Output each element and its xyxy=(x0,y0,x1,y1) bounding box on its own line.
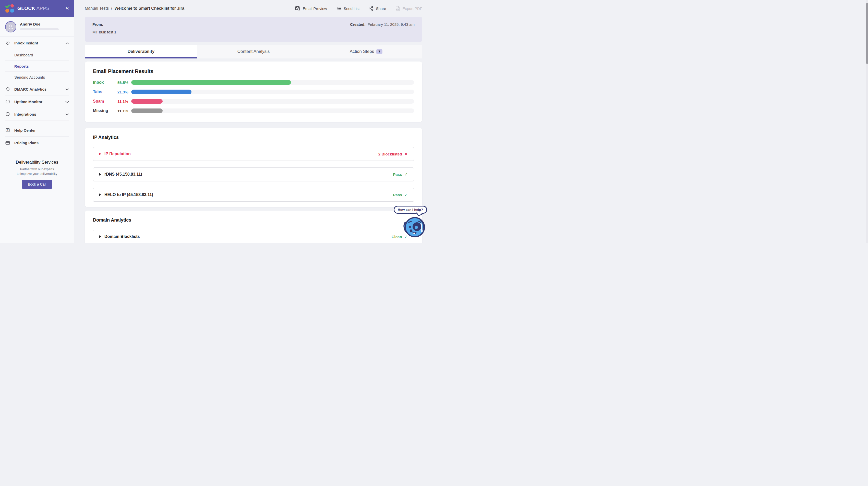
action-steps-count-badge: 7 xyxy=(376,49,382,54)
sidebar-item-sending-accounts[interactable]: Sending Accounts xyxy=(5,72,69,83)
created-label: Created: xyxy=(350,22,366,27)
sidebar-item-label: DMARC Analytics xyxy=(14,87,46,91)
chevron-down-icon xyxy=(65,100,69,104)
email-placement-results-card: Email Placement Results Inbox 56.5% Tabs… xyxy=(85,62,422,122)
seed-list-button[interactable]: Seed List xyxy=(336,6,360,11)
action-label: Export PDF xyxy=(402,6,422,11)
chatbot-mascot-button[interactable] xyxy=(403,216,425,239)
bar-fill xyxy=(131,80,291,85)
row-label: HELO to IP (45.158.83.11) xyxy=(104,192,153,197)
tab-label: Deliverability xyxy=(127,49,154,54)
sidebar-item-dashboard[interactable]: Dashboard xyxy=(5,49,69,61)
sidebar-item-pricing-plans[interactable]: Pricing Plans xyxy=(5,136,69,149)
circle-icon xyxy=(5,111,10,117)
from-value: MT bulk test 1 xyxy=(92,30,116,34)
row-label-wrap: rDNS (45.158.83.11) xyxy=(99,172,142,176)
row-label: rDNS (45.158.83.11) xyxy=(104,172,142,176)
section-title: Domain Analytics xyxy=(93,218,414,223)
bar-track xyxy=(131,90,414,94)
bar-track xyxy=(131,108,414,113)
created-info: Created:February 11, 2025, 9:43 am xyxy=(350,22,414,36)
email-preview-icon xyxy=(295,6,301,11)
action-label: Email Preview xyxy=(303,6,327,11)
chatbot-speech-bubble[interactable]: How can I help? xyxy=(394,206,427,214)
chevron-up-icon xyxy=(65,41,69,45)
share-button[interactable]: Share xyxy=(369,6,386,11)
bar-value: 56.5% xyxy=(118,80,131,85)
section-title: IP Analytics xyxy=(93,135,414,140)
sidebar: GLOCKAPPS « Andriy Doe Inbox Insight Da xyxy=(0,0,74,243)
placement-row-missing: Missing 11.1% xyxy=(93,108,414,113)
bar-value: 11.1% xyxy=(118,109,131,113)
square-icon xyxy=(5,99,10,104)
main-content: Manual Tests / Welcome to Smart Checklis… xyxy=(74,0,434,243)
expand-triangle-icon xyxy=(99,173,101,175)
domain-analytics-card: Domain Analytics Domain Blocklists Clean… xyxy=(85,210,422,243)
ip-reputation-row[interactable]: IP Reputation 2 Blocklisted ✕ xyxy=(93,147,414,161)
tab-action-steps[interactable]: Action Steps 7 xyxy=(310,45,422,59)
person-icon xyxy=(7,24,14,30)
sidebar-item-dmarc-analytics[interactable]: DMARC Analytics xyxy=(5,83,69,95)
user-email-redacted xyxy=(20,28,59,30)
bar-label: Missing xyxy=(93,108,118,113)
test-meta-panel: From: MT bulk test 1 Created:February 11… xyxy=(85,17,422,42)
sidebar-item-integrations[interactable]: Integrations xyxy=(5,108,69,121)
credit-card-icon xyxy=(5,140,10,145)
book-a-call-button[interactable]: Book a Call xyxy=(22,180,52,189)
report-tabs: Deliverability Content Analysis Action S… xyxy=(85,45,422,59)
tab-label: Content Analysis xyxy=(238,49,270,54)
seed-list-icon xyxy=(336,6,341,11)
domain-blocklists-row[interactable]: Domain Blocklists Clean ✓ xyxy=(93,230,414,243)
tab-deliverability[interactable]: Deliverability xyxy=(85,45,197,59)
diamond-icon xyxy=(5,87,10,92)
page-header: Manual Tests / Welcome to Smart Checklis… xyxy=(85,0,422,17)
sidebar-collapse-icon[interactable]: « xyxy=(66,5,69,12)
bar-label: Tabs xyxy=(93,90,118,94)
sidebar-item-reports[interactable]: Reports xyxy=(5,61,69,72)
breadcrumb-separator: / xyxy=(111,6,112,11)
sidebar-item-uptime-monitor[interactable]: Uptime Monitor xyxy=(5,95,69,108)
expand-triangle-icon xyxy=(99,193,101,196)
sidebar-item-label: Dashboard xyxy=(14,53,33,57)
sidebar-item-help-center[interactable]: ? Help Center xyxy=(5,124,69,136)
chevron-down-icon xyxy=(65,87,69,91)
helo-to-ip-row[interactable]: HELO to IP (45.158.83.11) Pass ✓ xyxy=(93,188,414,202)
sidebar-item-label: Reports xyxy=(14,64,29,68)
svg-text:PDF: PDF xyxy=(397,9,399,10)
check-icon: ✓ xyxy=(404,172,408,177)
help-icon: ? xyxy=(5,128,10,133)
breadcrumb-current: Welcome to Smart Checklist for Jira xyxy=(114,6,184,11)
bar-label: Spam xyxy=(93,99,118,104)
heart-icon xyxy=(5,41,10,46)
placement-bars: Inbox 56.5% Tabs 21.3% Spam 11.1% Missin… xyxy=(93,80,414,113)
check-icon: ✓ xyxy=(404,192,408,197)
tab-content-analysis[interactable]: Content Analysis xyxy=(197,45,310,59)
cross-icon: ✕ xyxy=(404,152,408,157)
user-name: Andriy Doe xyxy=(20,22,59,26)
bar-value: 11.1% xyxy=(118,99,131,104)
email-preview-button[interactable]: Email Preview xyxy=(295,6,327,11)
sidebar-item-inbox-insight[interactable]: Inbox Insight xyxy=(5,37,69,49)
status-badge: Pass ✓ xyxy=(393,192,408,197)
export-pdf-button[interactable]: PDF Export PDF xyxy=(395,6,422,11)
ip-analytics-rows: IP Reputation 2 Blocklisted ✕ rDNS (45.1… xyxy=(93,147,414,202)
sidebar-item-label: Help Center xyxy=(14,128,36,132)
row-label-wrap: IP Reputation xyxy=(99,152,131,156)
sidebar-menu: Inbox Insight Dashboard Reports Sending … xyxy=(0,37,74,149)
chevron-down-icon xyxy=(65,112,69,117)
placement-row-inbox: Inbox 56.5% xyxy=(93,80,414,85)
rdns-row[interactable]: rDNS (45.158.83.11) Pass ✓ xyxy=(93,167,414,181)
expand-triangle-icon xyxy=(99,153,101,155)
expand-triangle-icon xyxy=(99,235,101,238)
promo-description: Partner with our experts to improve your… xyxy=(5,167,69,176)
brand-name: GLOCKAPPS xyxy=(18,6,49,11)
breadcrumb-parent[interactable]: Manual Tests xyxy=(85,6,109,11)
promo-title: Deliverability Services xyxy=(5,160,69,165)
breadcrumb: Manual Tests / Welcome to Smart Checklis… xyxy=(85,6,184,11)
sidebar-header: GLOCKAPPS « xyxy=(0,0,74,17)
status-badge: Pass ✓ xyxy=(393,172,408,177)
bar-value: 21.3% xyxy=(118,90,131,94)
deliverability-services-promo: Deliverability Services Partner with our… xyxy=(0,160,74,189)
placement-row-spam: Spam 11.1% xyxy=(93,99,414,104)
user-profile[interactable]: Andriy Doe xyxy=(0,17,74,37)
